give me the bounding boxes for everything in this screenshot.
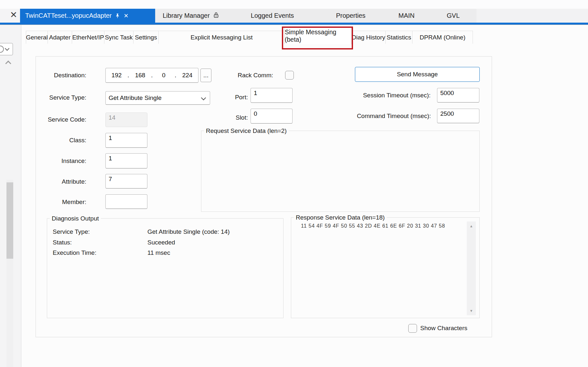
close-icon[interactable]: ✕ — [8, 9, 19, 21]
show-characters-checkbox[interactable] — [408, 324, 417, 333]
member-label: Member: — [36, 198, 86, 206]
diag-service-type-value: Get Attribute Single (code: 14) — [147, 228, 230, 236]
tab-well-spacer — [476, 9, 588, 23]
diag-service-type-label: Service Type: — [53, 228, 90, 236]
class-label: Class: — [36, 136, 86, 145]
diag-execution-time-value: 11 msec — [147, 249, 170, 257]
response-hex-data[interactable]: 11 54 4F 59 4F 50 55 43 2D 4E 61 6E 6F 2… — [301, 223, 445, 229]
attribute-label: Attribute: — [36, 178, 86, 186]
scroll-down-icon[interactable]: ▼ — [467, 309, 476, 313]
attribute-input[interactable]: 7 — [105, 174, 147, 189]
tab-gvl[interactable]: GVL — [430, 9, 476, 23]
ip-octet-3[interactable]: 0 — [153, 72, 175, 79]
rack-comm-checkbox[interactable] — [285, 71, 294, 80]
session-timeout-label: Session Timeout (msec): — [333, 91, 431, 100]
class-input[interactable]: 1 — [105, 133, 147, 148]
tab-label: Properties — [336, 12, 365, 19]
diagnosis-output-group: Diagnosis Output Service Type: Get Attri… — [47, 218, 283, 318]
diag-status-label: Status: — [53, 238, 72, 247]
session-timeout-input[interactable]: 5000 — [437, 88, 479, 103]
tab-settings[interactable]: Settings — [133, 31, 159, 44]
ip-octet-4[interactable]: 224 — [176, 72, 198, 79]
port-label: Port: — [216, 93, 248, 102]
tab-label: GVL — [447, 12, 460, 19]
instance-label: Instance: — [36, 157, 86, 165]
rack-comm-label: Rack Comm: — [228, 71, 273, 80]
response-service-data-group: Response Service Data (len=18) 11 54 4F … — [291, 217, 480, 318]
tab-label: Logged Events — [251, 12, 294, 19]
scroll-up-icon[interactable]: ▲ — [467, 224, 476, 228]
response-scrollbar[interactable]: ▲ ▼ — [467, 221, 476, 315]
service-type-value: Get Attribute Single — [109, 94, 162, 102]
service-type-label: Service Type: — [36, 93, 86, 102]
zoom-circle-icon — [0, 46, 4, 53]
tab-logged-events[interactable]: Logged Events — [226, 9, 318, 23]
title-strip — [0, 0, 588, 9]
diagnosis-output-label: Diagnosis Output — [50, 214, 101, 223]
tab-label: TwinCATTeset...yopucAdapter — [25, 12, 112, 19]
tab-diag-history[interactable]: Diag History — [351, 31, 386, 44]
clipped-toolbar-dropdown[interactable] — [0, 43, 13, 55]
response-service-data-label: Response Service Data (len=18) — [294, 213, 387, 222]
command-timeout-input[interactable]: 2500 — [437, 109, 479, 123]
tab-general[interactable]: General — [26, 31, 48, 44]
instance-input[interactable]: 1 — [105, 153, 147, 168]
tab-label: Library Manager — [163, 12, 210, 19]
tab-label: MAIN — [399, 12, 415, 19]
chevron-down-icon — [201, 95, 206, 101]
port-input[interactable]: 1 — [251, 88, 293, 103]
tab-explicit-messaging-list[interactable]: Explicit Messaging List — [158, 31, 285, 44]
destination-label: Destination: — [36, 71, 86, 80]
pin-icon[interactable] — [115, 13, 120, 18]
tab-close-icon[interactable]: ✕ — [124, 12, 129, 19]
service-code-input: 14 — [105, 113, 147, 127]
request-service-data-label: Request Service Data (len=2) — [204, 127, 289, 135]
ip-octet-2[interactable]: 168 — [129, 72, 151, 79]
show-characters-label: Show Characters — [420, 324, 467, 332]
tab-main[interactable]: MAIN — [383, 9, 430, 23]
tab-adapter[interactable]: Adapter — [48, 31, 72, 44]
tab-ethernet-ip[interactable]: EtherNet/IP — [72, 31, 104, 44]
service-code-label: Service Code: — [36, 115, 86, 124]
diag-status-value: Suceeded — [147, 238, 175, 247]
ip-octet-1[interactable]: 192 — [106, 72, 127, 79]
lock-icon — [213, 12, 219, 20]
tab-statistics[interactable]: Statistics — [385, 31, 412, 44]
tab-sync-task[interactable]: Sync Task — [104, 31, 134, 44]
browse-destination-button[interactable]: ... — [200, 69, 211, 82]
tab-library-manager[interactable]: Library Manager — [155, 9, 226, 23]
chevron-down-icon — [5, 46, 9, 51]
slot-input[interactable]: 0 — [251, 109, 293, 124]
tab-twincat-adapter[interactable]: TwinCATTeset...yopucAdapter ✕ — [20, 9, 155, 23]
diag-execution-time-label: Execution Time: — [53, 249, 96, 257]
tab-simple-messaging-beta[interactable]: Simple Messaging (beta) — [284, 27, 352, 44]
tab-properties[interactable]: Properties — [318, 9, 383, 23]
service-type-combobox[interactable]: Get Attribute Single — [105, 91, 210, 105]
request-service-data-group: Request Service Data (len=2) — [201, 131, 480, 212]
destination-ip-field[interactable]: 192 . 168 . 0 . 224 — [105, 68, 198, 83]
left-scrollbar-thumb[interactable] — [6, 182, 13, 259]
tab-dpram-online[interactable]: DPRAM (Online) — [412, 31, 473, 44]
command-timeout-label: Command Timeout (msec): — [333, 112, 431, 120]
slot-label: Slot: — [216, 113, 248, 122]
send-message-button[interactable]: Send Message — [355, 67, 480, 82]
member-input[interactable] — [105, 194, 147, 209]
